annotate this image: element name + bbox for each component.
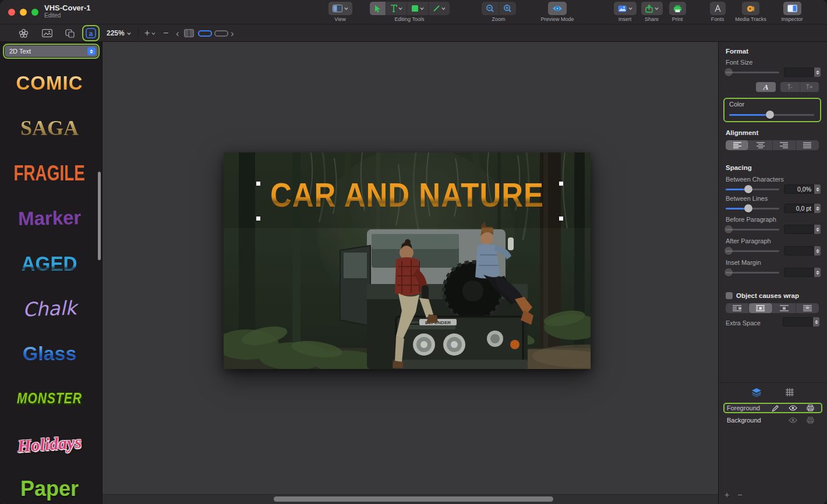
grid-tab-icon[interactable] [785, 388, 794, 397]
preset-paper[interactable]: Paper [0, 467, 99, 504]
artwork-image[interactable]: DEFENDER [224, 152, 591, 369]
horizontal-scrollbar-thumb[interactable] [274, 496, 553, 502]
between-lines-field[interactable]: 0,0 pt [784, 204, 814, 213]
text-styles-library-button[interactable]: a [84, 27, 98, 40]
preset-glass[interactable]: Glass [0, 331, 99, 377]
page-spread-2[interactable] [214, 27, 228, 40]
next-page-button[interactable]: › [231, 27, 234, 40]
wrap-style-left-button[interactable] [726, 303, 749, 313]
minimize-window-button[interactable] [20, 9, 27, 16]
selection-handle-top-left[interactable] [256, 182, 260, 186]
add-layer-button[interactable]: + [724, 490, 729, 499]
remove-page-button[interactable]: − [163, 27, 168, 40]
between-lines-stepper[interactable] [814, 204, 821, 213]
zoom-out-button[interactable] [482, 2, 499, 15]
printer-icon [807, 417, 814, 424]
zoom-in-button[interactable] [499, 2, 516, 15]
align-justify-button[interactable] [796, 140, 819, 150]
selection-handle-top-right[interactable] [559, 182, 563, 186]
layer-print-toggle[interactable] [801, 404, 819, 411]
zoom-in-icon [503, 4, 512, 13]
inset-margin-field[interactable] [784, 268, 814, 277]
larger-text-button[interactable]: T+ [800, 82, 819, 92]
share-button[interactable] [641, 2, 663, 15]
between-lines-slider[interactable] [726, 208, 779, 210]
layers-tab-icon[interactable] [751, 388, 762, 397]
extra-space-stepper[interactable] [813, 317, 819, 326]
page-spread-selected[interactable] [198, 27, 212, 40]
between-characters-stepper[interactable] [814, 184, 821, 194]
preset-monster[interactable]: MONSTER [0, 377, 99, 422]
shape-tool-button[interactable] [407, 2, 429, 15]
show-fonts-button[interactable]: A [756, 82, 776, 92]
zoom-window-button[interactable] [31, 9, 38, 16]
artwork-headline-text[interactable]: CAR AND NATURE [224, 176, 591, 214]
style-category-value: 2D Text [9, 48, 87, 55]
layer-print-toggle[interactable] [801, 417, 819, 424]
chevron-down-icon [420, 6, 424, 10]
preview-mode-button[interactable] [548, 2, 567, 15]
font-size-field[interactable] [784, 68, 814, 77]
print-button[interactable] [669, 2, 686, 15]
extra-space-field[interactable] [783, 317, 813, 326]
wrap-style-around-button[interactable] [749, 303, 772, 313]
text-tool-button[interactable] [386, 2, 407, 15]
sidebar-scrollbar-thumb[interactable] [98, 172, 101, 260]
wrap-style-topbottom-button[interactable] [773, 303, 796, 313]
print-group: Print [666, 2, 688, 22]
layer-row-foreground[interactable]: Foreground [723, 403, 822, 413]
remove-layer-button[interactable]: − [737, 490, 742, 499]
before-paragraph-stepper[interactable] [814, 225, 821, 234]
preset-saga[interactable]: SAGA [0, 106, 99, 151]
between-characters-slider[interactable] [726, 189, 779, 190]
color-slider[interactable] [729, 114, 814, 116]
inspector-button[interactable] [783, 2, 801, 15]
selection-handle-bottom-left[interactable] [256, 216, 260, 221]
add-page-button[interactable]: + [144, 27, 155, 40]
font-size-slider[interactable] [726, 72, 779, 73]
layer-row-background[interactable]: Background [723, 415, 822, 425]
media-tracks-button[interactable] [742, 2, 759, 15]
layer-edit-toggle[interactable] [766, 404, 784, 412]
clipart-library-button[interactable] [19, 27, 29, 40]
layer-visibility-toggle[interactable] [784, 417, 801, 423]
selection-handle-bottom-right[interactable] [559, 216, 563, 221]
line-tool-button[interactable] [429, 2, 450, 15]
align-right-button[interactable] [773, 140, 796, 150]
layer-visibility-toggle[interactable] [784, 405, 801, 411]
view-button[interactable] [328, 2, 352, 15]
preset-holidays[interactable]: Holidays [0, 421, 99, 467]
canvas-zoom-control[interactable]: 225% [107, 27, 131, 40]
preset-aged[interactable]: AGED [0, 241, 99, 286]
font-size-stepper[interactable] [814, 68, 821, 77]
inset-margin-stepper[interactable] [814, 268, 821, 277]
fonts-button[interactable] [710, 2, 726, 15]
smaller-text-button[interactable]: T- [780, 82, 800, 92]
panel-divider [719, 382, 827, 383]
after-paragraph-slider[interactable] [726, 250, 779, 252]
facing-pages-button[interactable] [184, 27, 194, 40]
insert-button[interactable] [614, 2, 637, 15]
select-tool-button[interactable] [370, 2, 386, 15]
align-center-button[interactable] [749, 140, 772, 150]
shapes-library-button[interactable] [65, 27, 75, 40]
preset-chalk[interactable]: Chalk [0, 286, 99, 332]
window-title: VHS-Cover-1 [44, 3, 90, 12]
style-category-select[interactable]: 2D Text [5, 45, 98, 57]
after-paragraph-field[interactable] [784, 246, 814, 255]
document-canvas[interactable]: DEFENDER [103, 42, 718, 504]
align-left-button[interactable] [726, 140, 749, 150]
between-characters-field[interactable]: 0,0% [784, 184, 814, 194]
inset-margin-slider[interactable] [726, 272, 779, 274]
previous-page-button[interactable]: ‹ [176, 27, 179, 40]
preset-comic[interactable]: COMIC [0, 61, 99, 106]
before-paragraph-field[interactable] [784, 225, 814, 234]
before-paragraph-slider[interactable] [726, 229, 779, 230]
preset-marker[interactable]: Marker [0, 196, 99, 242]
preset-fragile[interactable]: FRAGILE [0, 151, 99, 196]
after-paragraph-stepper[interactable] [814, 246, 821, 255]
wrap-style-none-button[interactable] [796, 303, 819, 313]
close-window-button[interactable] [8, 9, 15, 16]
image-library-button[interactable] [42, 27, 52, 40]
object-causes-wrap-checkbox[interactable] [726, 292, 733, 299]
